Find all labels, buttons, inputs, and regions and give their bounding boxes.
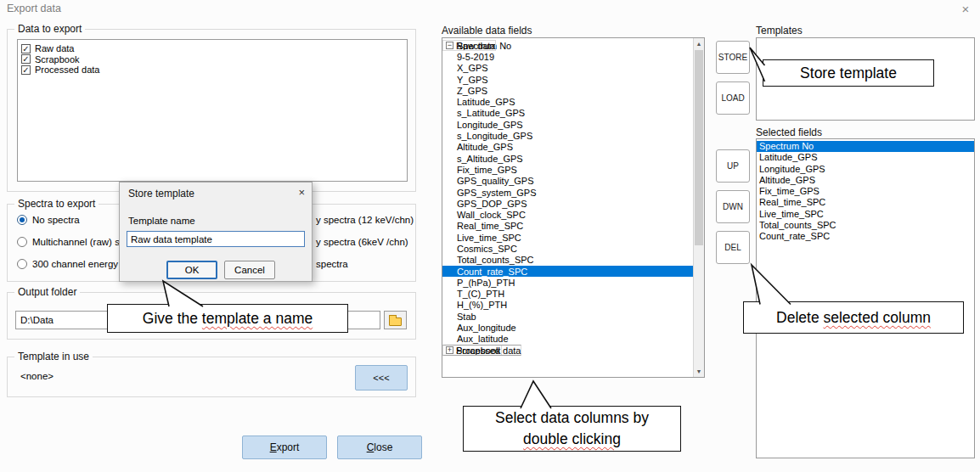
scroll-up-icon[interactable]: ▲ xyxy=(694,38,704,49)
tree-item-label: H_(%)_PTH xyxy=(457,300,507,310)
move-down-button[interactable]: DWN xyxy=(716,190,750,223)
tree-item-t-c-pth[interactable]: T_(C)_PTH xyxy=(442,289,693,300)
tree-group-raw-data[interactable]: −Raw data xyxy=(442,40,496,51)
tree-item-altitude-gps[interactable]: Altitude_GPS xyxy=(442,142,693,153)
expander-icon[interactable]: + xyxy=(446,346,453,354)
tree-item-label: Real_time_SPC xyxy=(457,221,523,231)
tree-item-label: s_Longitude_GPS xyxy=(457,131,532,141)
dialog-close-icon[interactable]: × xyxy=(298,186,305,199)
selected-field-total-counts-spc[interactable]: Total_counts_SPC xyxy=(757,220,974,231)
tree-item-x-gps[interactable]: X_GPS xyxy=(442,63,693,74)
checkbox-option-scrapbook[interactable]: ✓Scrapbook xyxy=(21,54,403,65)
tree-item-s-latitude-gps[interactable]: s_Latitude_GPS xyxy=(442,108,693,119)
selected-field-longitude-gps[interactable]: Longitude_GPS xyxy=(757,164,974,175)
move-up-button[interactable]: UP xyxy=(716,149,750,183)
selected-field-real-time-spc[interactable]: Real_time_SPC xyxy=(757,197,974,208)
available-fields-list: −Raw dataSpectrum No9-5-2019X_GPSY_GPSZ_… xyxy=(442,37,705,378)
template-in-use-value: <none> xyxy=(20,371,54,381)
scrollbar[interactable]: ▲ ▼ xyxy=(693,38,704,377)
annotation-text: Select data columns by xyxy=(495,409,649,426)
selected-field-latitude-gps[interactable]: Latitude_GPS xyxy=(757,152,974,163)
recall-template-button[interactable]: <<< xyxy=(355,365,408,391)
checkbox-icon: ✓ xyxy=(21,54,31,64)
annotation-delete-column: Delete selected column xyxy=(743,301,964,334)
tree-item-total-counts-spc[interactable]: Total_counts_SPC xyxy=(442,255,693,266)
annotation-line: double clicking xyxy=(523,429,621,450)
tree-item-label: Count_rate_SPC xyxy=(457,267,527,277)
tree-item-gps-dop-gps[interactable]: GPS_DOP_GPS xyxy=(442,198,693,209)
checkbox-option-processed-data[interactable]: ✓Processed data xyxy=(21,65,403,76)
selected-field-fix-time-gps[interactable]: Fix_time_GPS xyxy=(757,186,974,197)
expander-icon[interactable]: − xyxy=(446,42,453,49)
tree-item-cosmics-spc[interactable]: Cosmics_SPC xyxy=(442,243,693,254)
window-close-icon[interactable]: × xyxy=(955,0,977,19)
callout-pointer-select-columns xyxy=(521,381,551,408)
annotation-text: Store template xyxy=(800,65,897,81)
data-to-export-list: ✓Raw data✓Scrapbook✓Processed data xyxy=(17,39,408,182)
tree-item-count-rate-spc[interactable]: Count_rate_SPC xyxy=(442,266,693,277)
delete-field-button[interactable]: DEL xyxy=(716,231,750,264)
tree-item-label: 9-5-2019 xyxy=(457,52,494,62)
tree-item-y-gps[interactable]: Y_GPS xyxy=(442,74,693,85)
tree-item-aux-latitude[interactable]: Aux_latitude xyxy=(442,334,693,345)
cancel-button[interactable]: Cancel xyxy=(224,261,275,279)
tree-item-label: Y_GPS xyxy=(457,75,488,85)
tree-group-processed-data[interactable]: +Processed data xyxy=(442,345,521,356)
tree-item-9-5-2019[interactable]: 9-5-2019 xyxy=(442,51,693,62)
scroll-thumb[interactable] xyxy=(695,50,703,245)
selected-field-spectrum-no[interactable]: Spectrum No xyxy=(757,141,974,152)
radio-option-fragment-spectra[interactable]: spectra xyxy=(316,253,414,275)
tree-item-label: Total_counts_SPC xyxy=(457,255,534,265)
tree-item-p-hpa-pth[interactable]: P_(hPa)_PTH xyxy=(442,277,693,288)
tree-item-label: Fix_time_GPS xyxy=(457,165,517,175)
tree-item-label: GPS_quality_GPS xyxy=(457,176,534,186)
tree-item-stab[interactable]: Stab xyxy=(442,311,693,322)
store-template-button[interactable]: STORE xyxy=(716,41,750,74)
template-in-use-legend: Template in use xyxy=(14,351,93,362)
tree-item-wall-clock-spc[interactable]: Wall_clock_SPC xyxy=(442,209,693,220)
tree-item-label: Latitude_GPS xyxy=(457,97,515,107)
tree-item-live-time-spc[interactable]: Live_time_SPC xyxy=(442,232,693,243)
tree-group-label: Processed data xyxy=(456,346,521,356)
annotation-text: double clicking xyxy=(523,430,621,447)
load-template-button[interactable]: LOAD xyxy=(716,81,750,115)
dialog-title: Store template xyxy=(128,188,194,199)
tree-item-label: Stab xyxy=(457,312,476,322)
selected-field-altitude-gps[interactable]: Altitude_GPS xyxy=(757,175,974,186)
checkbox-icon: ✓ xyxy=(21,44,31,53)
tree-item-label: GPS_DOP_GPS xyxy=(457,199,527,209)
annotation-text: Delete xyxy=(776,309,823,326)
templates-label: Templates xyxy=(756,25,803,37)
tree-item-h-pth[interactable]: H_(%)_PTH xyxy=(442,300,693,311)
tree-item-s-altitude-gps[interactable]: s_Altitude_GPS xyxy=(442,153,693,164)
tree-item-real-time-spc[interactable]: Real_time_SPC xyxy=(442,221,693,232)
tree-item-label: Longitude_GPS xyxy=(457,120,523,130)
template-name-input[interactable] xyxy=(127,231,305,247)
radio-option-fragment-y-spectra-12-kev-chn[interactable]: y spectra (12 keV/chn) xyxy=(316,209,414,231)
tree-item-aux-longitude[interactable]: Aux_longitude xyxy=(442,322,693,333)
tree-item-gps-system-gps[interactable]: GPS_system_GPS xyxy=(442,187,693,198)
tree-item-z-gps[interactable]: Z_GPS xyxy=(442,85,693,96)
selected-field-count-rate-spc[interactable]: Count_rate_SPC xyxy=(757,231,974,242)
close-button[interactable]: Close xyxy=(337,435,422,459)
radio-option-fragment-y-spectra-6kev-chn[interactable]: y spectra (6keV /chn) xyxy=(316,231,414,253)
scroll-down-icon[interactable]: ▼ xyxy=(694,366,704,377)
selected-field-live-time-spc[interactable]: Live_time_SPC xyxy=(757,209,974,220)
radio-label: No spectra xyxy=(32,215,80,225)
annotation-give-template-name: Give the template a name xyxy=(107,304,348,333)
tree-item-latitude-gps[interactable]: Latitude_GPS xyxy=(442,96,693,107)
tree-item-s-longitude-gps[interactable]: s_Longitude_GPS xyxy=(442,130,693,141)
ok-button[interactable]: OK xyxy=(166,261,217,279)
checkbox-option-raw-data[interactable]: ✓Raw data xyxy=(21,43,403,54)
tree-item-gps-quality-gps[interactable]: GPS_quality_GPS xyxy=(442,176,693,187)
browse-folder-button[interactable] xyxy=(384,311,407,329)
selected-fields-label: Selected fields xyxy=(756,126,822,138)
tree-item-longitude-gps[interactable]: Longitude_GPS xyxy=(442,119,693,130)
tree-item-label: Cosmics_SPC xyxy=(457,244,517,254)
export-button[interactable]: Export xyxy=(242,435,327,459)
radio-icon xyxy=(17,237,27,247)
tree-item-fix-time-gps[interactable]: Fix_time_GPS xyxy=(442,164,693,175)
tree-item-label: GPS_system_GPS xyxy=(457,188,537,198)
available-fields-tree: −Raw dataSpectrum No9-5-2019X_GPSY_GPSZ_… xyxy=(442,38,693,377)
radio-icon xyxy=(17,259,27,269)
